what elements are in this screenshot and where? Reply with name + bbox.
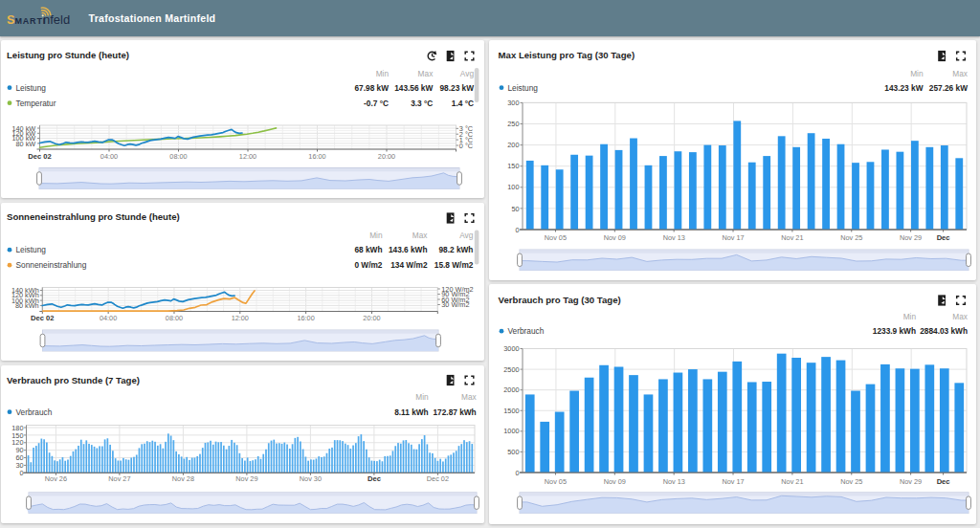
svg-text:Max: Max bbox=[952, 69, 969, 78]
svg-text:0 W/m2: 0 W/m2 bbox=[354, 260, 382, 270]
svg-text:Max: Max bbox=[952, 312, 969, 321]
svg-text:1000: 1000 bbox=[503, 427, 519, 435]
svg-text:Temperatur: Temperatur bbox=[16, 99, 56, 108]
svg-text:08:00: 08:00 bbox=[169, 152, 187, 161]
svg-text:100: 100 bbox=[507, 183, 519, 191]
svg-text:Nov 27: Nov 27 bbox=[108, 474, 130, 483]
svg-text:04:00: 04:00 bbox=[100, 152, 118, 161]
svg-text:Nov 05: Nov 05 bbox=[545, 233, 567, 242]
svg-text:Verbrauch pro Tag (30 Tage): Verbrauch pro Tag (30 Tage) bbox=[499, 295, 621, 305]
svg-text:98.2 kWh: 98.2 kWh bbox=[438, 245, 473, 254]
svg-text:Dec 02: Dec 02 bbox=[427, 474, 449, 483]
svg-text:1.4 °C: 1.4 °C bbox=[452, 99, 474, 108]
svg-text:Nov 13: Nov 13 bbox=[663, 233, 685, 242]
svg-text:Nov 21: Nov 21 bbox=[781, 477, 803, 486]
svg-text:Nov 25: Nov 25 bbox=[840, 477, 862, 486]
svg-text:98.23 kW: 98.23 kW bbox=[439, 83, 474, 93]
svg-text:Nov 26: Nov 26 bbox=[45, 474, 67, 483]
svg-text:Verbrauch: Verbrauch bbox=[16, 407, 53, 417]
svg-text:20:00: 20:00 bbox=[363, 314, 380, 322]
svg-text:Max Leistung pro Tag (30 Tage): Max Leistung pro Tag (30 Tage) bbox=[499, 50, 635, 60]
svg-text:Min: Min bbox=[369, 231, 383, 240]
svg-text:Nov 28: Nov 28 bbox=[172, 474, 194, 483]
svg-text:2000: 2000 bbox=[503, 385, 519, 394]
svg-text:250: 250 bbox=[507, 120, 519, 128]
svg-text:Avg: Avg bbox=[460, 69, 475, 78]
svg-text:300: 300 bbox=[507, 99, 519, 107]
svg-text:500: 500 bbox=[507, 448, 519, 456]
svg-text:Min: Min bbox=[376, 69, 390, 78]
svg-text:3.3 °C: 3.3 °C bbox=[411, 99, 433, 108]
svg-text:Nov 09: Nov 09 bbox=[604, 477, 626, 486]
svg-text:150: 150 bbox=[507, 162, 519, 170]
svg-text:2884.03 kWh: 2884.03 kWh bbox=[920, 326, 968, 336]
svg-text:20:00: 20:00 bbox=[378, 152, 395, 161]
svg-text:Nov 29: Nov 29 bbox=[900, 477, 922, 486]
svg-text:90: 90 bbox=[15, 446, 23, 454]
svg-text:Nov 13: Nov 13 bbox=[663, 477, 685, 486]
svg-text:04:00: 04:00 bbox=[100, 314, 117, 322]
svg-text:Leistung pro Stunde (heute): Leistung pro Stunde (heute) bbox=[7, 50, 129, 60]
svg-text:12:00: 12:00 bbox=[232, 314, 249, 322]
svg-text:30: 30 bbox=[15, 461, 23, 470]
svg-text:68 kWh: 68 kWh bbox=[354, 245, 382, 254]
svg-text:120: 120 bbox=[11, 438, 23, 447]
svg-text:08:00: 08:00 bbox=[166, 314, 183, 322]
svg-text:143.56 kW: 143.56 kW bbox=[394, 83, 433, 93]
svg-text:Sonneneinstrahlung: Sonneneinstrahlung bbox=[16, 260, 87, 270]
svg-text:Avg: Avg bbox=[459, 231, 474, 240]
svg-text:Dec 02: Dec 02 bbox=[28, 152, 52, 161]
svg-text:-0.7 °C: -0.7 °C bbox=[364, 99, 389, 108]
svg-text:16:00: 16:00 bbox=[297, 314, 314, 322]
svg-text:Nov 09: Nov 09 bbox=[604, 233, 626, 242]
svg-text:Nov 17: Nov 17 bbox=[722, 477, 744, 486]
svg-text:0 °C: 0 °C bbox=[459, 142, 473, 150]
svg-text:2500: 2500 bbox=[503, 365, 519, 374]
svg-text:172.87 kWh: 172.87 kWh bbox=[433, 407, 476, 417]
svg-text:Verbrauch pro Stunde (7 Tage): Verbrauch pro Stunde (7 Tage) bbox=[7, 375, 140, 385]
svg-text:1233.9 kWh: 1233.9 kWh bbox=[873, 326, 916, 336]
svg-text:Max: Max bbox=[418, 69, 434, 78]
svg-text:150: 150 bbox=[11, 431, 23, 440]
svg-text:143.23 kW: 143.23 kW bbox=[884, 83, 923, 93]
svg-text:60: 60 bbox=[15, 453, 23, 462]
svg-text:0: 0 bbox=[515, 469, 519, 477]
svg-text:80 kW: 80 kW bbox=[16, 140, 36, 148]
svg-text:Max: Max bbox=[412, 231, 429, 240]
svg-text:0: 0 bbox=[515, 226, 519, 234]
svg-text:Min: Min bbox=[910, 69, 924, 78]
svg-text:67.98 kW: 67.98 kW bbox=[354, 83, 389, 93]
svg-text:1500: 1500 bbox=[503, 407, 519, 415]
svg-text:Nov 29: Nov 29 bbox=[235, 474, 257, 483]
svg-text:3000: 3000 bbox=[503, 344, 519, 353]
svg-text:134 W/m2: 134 W/m2 bbox=[390, 260, 428, 270]
svg-text:180: 180 bbox=[11, 424, 23, 432]
svg-text:Nov 17: Nov 17 bbox=[722, 233, 744, 242]
svg-text:143.6 kWh: 143.6 kWh bbox=[389, 245, 428, 254]
svg-text:0: 0 bbox=[19, 469, 23, 477]
svg-text:Nov 05: Nov 05 bbox=[545, 477, 567, 486]
svg-text:Dec: Dec bbox=[937, 233, 950, 242]
svg-text:Min: Min bbox=[903, 312, 917, 321]
svg-text:16:00: 16:00 bbox=[308, 152, 325, 161]
svg-text:257.26 kW: 257.26 kW bbox=[929, 83, 968, 93]
svg-text:Sonneneinstrahlung pro Stunde: Sonneneinstrahlung pro Stunde (heute) bbox=[7, 211, 180, 222]
svg-text:Dec: Dec bbox=[368, 474, 381, 483]
svg-text:Max: Max bbox=[461, 392, 478, 402]
svg-text:Nov 29: Nov 29 bbox=[900, 233, 922, 242]
svg-text:Nov 30: Nov 30 bbox=[300, 474, 322, 483]
svg-text:Dec 02: Dec 02 bbox=[31, 314, 55, 322]
svg-text:80 kWh: 80 kWh bbox=[15, 301, 39, 310]
svg-text:Verbrauch: Verbrauch bbox=[508, 326, 545, 336]
svg-text:200: 200 bbox=[507, 141, 519, 149]
svg-text:Leistung: Leistung bbox=[16, 83, 47, 93]
svg-text:Nov 21: Nov 21 bbox=[781, 233, 803, 242]
svg-text:15.8 W/m2: 15.8 W/m2 bbox=[434, 260, 474, 270]
svg-text:12:00: 12:00 bbox=[239, 152, 256, 161]
svg-text:30 W/m2: 30 W/m2 bbox=[441, 300, 469, 309]
svg-text:Nov 25: Nov 25 bbox=[840, 233, 862, 242]
svg-text:50: 50 bbox=[511, 205, 519, 213]
svg-text:Leistung: Leistung bbox=[16, 245, 47, 254]
svg-text:Min: Min bbox=[415, 392, 429, 402]
svg-text:Dec: Dec bbox=[937, 477, 950, 486]
